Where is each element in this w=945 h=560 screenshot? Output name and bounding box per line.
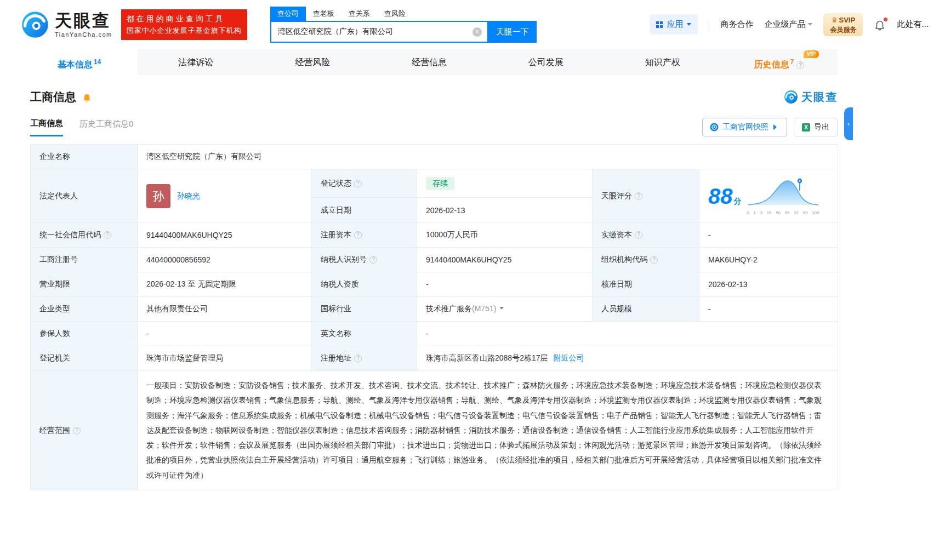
approval-date-value: 2026-02-13 [699,272,838,297]
table-row: 企业名称 湾区低空研究院（广东）有限公司 [31,145,838,169]
logo-domain: TianYanCha.com [55,31,112,38]
paid-capital-value: - [699,223,838,248]
tab-history-info[interactable]: VIP 历史信息7 [721,49,838,75]
excel-icon [802,123,810,132]
apps-button[interactable]: 应用 [650,14,698,35]
apps-label: 应用 [667,19,683,30]
business-term-label: 营业期限 [31,272,138,297]
table-row: 参保人数 - 英文名称 - [31,322,838,346]
search-block: 查公司 查老板 查关系 查风险 天眼一下 [270,7,537,43]
help-icon[interactable] [104,231,111,239]
export-button-label: 导出 [814,122,829,132]
tab-operating-risk[interactable]: 经营风险 [254,49,371,75]
score-label: 天眼评分 [593,169,699,223]
tab-company-development[interactable]: 公司发展 [487,49,604,75]
svip-label: SVIP [839,16,856,24]
tab-legal-label: 法律诉讼 [178,58,213,67]
promo-banner: 都在用的商业查询工具 国家中小企业发展子基金旗下机构 [121,9,247,40]
svip-member-button[interactable]: ♛SVIP 会员服务 [823,13,863,36]
search-tab-boss[interactable]: 查老板 [306,7,341,21]
link-business-cooperation[interactable]: 商务合作 [720,19,753,30]
help-icon[interactable] [73,427,81,435]
subtab-business-info[interactable]: 工商信息 [30,118,63,136]
clear-search-icon[interactable] [472,27,482,37]
tab-ip-label: 知识产权 [645,58,680,67]
tab-legal-proceedings[interactable]: 法律诉讼 [138,49,254,75]
reg-authority-label: 登记机关 [31,346,138,371]
establish-date-value: 2026-02-13 [417,198,593,223]
help-icon[interactable] [369,256,377,264]
nearby-companies-link[interactable]: 附近公司 [554,353,584,362]
header-right: 应用 商务合作 企业级产品 ♛SVIP 会员服务 此处有... [650,13,929,36]
crown-icon: ♛ [832,16,838,24]
search-tab-relation[interactable]: 查关系 [341,7,377,21]
vip-badge: VIP [804,50,819,58]
search-tab-company[interactable]: 查公司 [270,7,306,21]
business-registration-section: 工商信息 天眼查 工商信息 历史工商信息0 [21,89,838,490]
business-info-table: 企业名称 湾区低空研究院（广东）有限公司 法定代表人 孙 孙晓光 登记状态 存续… [30,144,838,490]
status-badge: 存续 [426,177,454,190]
table-row: 经营范围 一般项目：安防设备制造；安防设备销售；技术服务、技术开发、技术咨询、技… [31,371,838,490]
tab-operating-info[interactable]: 经营信息 [371,49,488,75]
tab-operating-label: 经营信息 [412,58,447,67]
help-icon[interactable] [635,231,642,239]
score-value: 88分 [708,185,742,207]
username-text[interactable]: 此处有... [897,19,929,30]
company-type-value: 其他有限责任公司 [138,297,312,322]
help-icon[interactable] [354,231,362,239]
help-icon[interactable] [354,180,362,187]
tab-history-count: 7 [790,58,794,66]
help-icon[interactable] [354,355,362,362]
snapshot-button-label: 工商官网快照 [722,122,768,132]
search-input[interactable] [271,27,472,36]
chevron-down-icon [687,23,691,28]
apps-grid-icon [656,21,663,28]
score-curve-chart: 0131550859799100 [747,176,819,215]
official-snapshot-button[interactable]: 工商官网快照 [702,118,787,136]
side-panel-toggle[interactable] [844,107,853,140]
score-cell: 88分 0131550859 [699,169,838,223]
search-tabs: 查公司 查老板 查关系 查风险 [270,7,537,21]
table-row: 工商注册号 440400000856592 纳税人识别号 91440400MAK… [31,248,838,272]
notification-bell-icon[interactable] [874,19,886,33]
staff-size-label: 人员规模 [593,297,699,322]
subscribe-bell-icon[interactable] [82,92,92,102]
industry-label: 国标行业 [312,297,417,322]
reg-address-value: 珠海市高新区香山路2088号2栋17层附近公司 [417,346,838,371]
subtab-history-business-info[interactable]: 历史工商信息0 [79,119,133,135]
reg-capital-value: 10000万人民币 [417,223,593,248]
promo-line2: 国家中小企业发展子基金旗下机构 [127,25,242,36]
reg-capital-label: 注册资本 [312,223,417,248]
search-button[interactable]: 天眼一下 [488,21,537,43]
legal-rep-label: 法定代表人 [31,169,138,223]
reg-status-value: 存续 [417,169,593,198]
tianyancha-logo[interactable]: 天眼查 TianYanCha.com [21,10,112,39]
org-code-value: MAK6UHQY-2 [699,248,838,272]
business-scope-value: 一般项目：安防设备制造；安防设备销售；技术服务、技术开发、技术咨询、技术交流、技… [138,371,838,490]
taxpayer-quality-value: - [417,272,593,297]
legal-rep-name-link[interactable]: 孙晓光 [177,191,200,201]
tab-intellectual-property[interactable]: 知识产权 [604,49,721,75]
expand-caret-icon[interactable] [499,307,504,312]
export-button[interactable]: 导出 [794,118,838,136]
company-name-label: 企业名称 [31,145,138,169]
table-row: 统一社会信用代码 91440400MAK6UHQY25 注册资本 10000万人… [31,223,838,248]
link-enterprise-products[interactable]: 企业级产品 [764,19,812,30]
help-icon[interactable] [796,61,804,69]
staff-size-value: - [699,297,838,322]
legal-rep-avatar[interactable]: 孙 [146,184,170,208]
credit-code-label: 统一社会信用代码 [31,223,138,248]
legal-rep-cell: 孙 孙晓光 [138,169,312,223]
notification-dot [884,18,887,21]
table-row: 营业期限 2026-02-13 至 无固定期限 纳税人资质 - 核准日期 202… [31,272,838,297]
section-title: 工商信息 [30,89,76,105]
tab-history-label: 历史信息 [754,60,789,69]
help-icon[interactable] [650,256,658,264]
tab-development-label: 公司发展 [528,58,563,67]
company-nav-tabs: 基本信息14 法律诉讼 经营风险 经营信息 公司发展 知识产权 VIP 历史信息… [21,49,838,75]
taxpayer-id-label: 纳税人识别号 [312,248,417,272]
tab-basic-info[interactable]: 基本信息14 [21,49,138,75]
search-tab-risk[interactable]: 查风险 [377,7,413,21]
help-icon[interactable] [635,192,642,200]
credit-code-value: 91440400MAK6UHQY25 [138,223,312,248]
